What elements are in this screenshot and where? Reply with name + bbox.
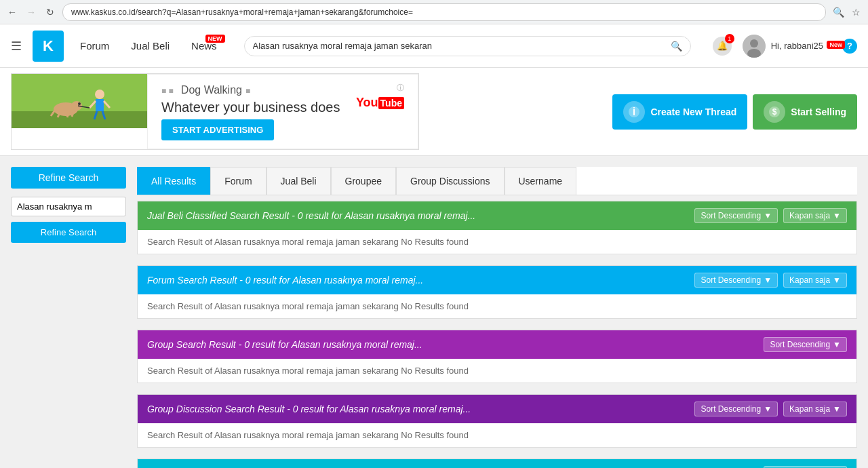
search-magnifier-icon[interactable]: 🔍 [671,41,682,52]
tab-forum[interactable]: Forum [210,167,266,195]
search-icon[interactable]: 🔍 [831,5,845,19]
site-logo[interactable]: K [33,31,64,62]
forum-result-section: Forum Search Result - 0 result for Alasa… [137,265,857,319]
group-result-body: Search Result of Alasan rusaknya moral r… [138,359,856,383]
nav-news[interactable]: News NEW [186,40,222,52]
svg-point-7 [78,102,81,105]
group-discussion-result-section: Group Discussion Search Result - 0 resul… [137,394,857,448]
group-discussion-result-header: Group Discussion Search Result - 0 resul… [138,395,856,423]
youtube-logo: YouTube [356,96,404,110]
forum-result-controls: Sort Descending ▼ Kapan saja ▼ [694,273,847,288]
cta-buttons: i Create New Thread $ Start Selling [612,94,857,130]
tab-username[interactable]: Username [505,167,577,195]
refresh-button[interactable]: ↻ [43,5,57,19]
refine-search-button[interactable]: Refine Search [11,222,126,243]
site-header: ☰ K Forum Jual Beli News NEW 🔍 🔔 1 Hi, r… [0,24,868,68]
group-sort-dropdown[interactable]: Sort Descending ▼ [764,337,847,352]
results-list: Jual Beli Classified Search Result - 0 r… [137,201,857,468]
user-new-badge: New [827,41,845,49]
group-result-header: Group Search Result - 0 result for Alasa… [138,330,856,359]
tab-group-discussions[interactable]: Group Discussions [396,167,505,195]
group-discussion-sort-dropdown[interactable]: Sort Descending ▼ [694,402,778,416]
svg-rect-4 [12,111,147,128]
svg-text:$: $ [772,107,777,117]
ad-banner: ■ ■ Dog Walking ■ Whatever your business… [0,68,868,156]
create-thread-label: Create New Thread [650,106,736,117]
create-thread-icon: i [623,101,645,123]
svg-rect-13 [96,99,104,111]
ad-content: ■ ■ Dog Walking ■ Whatever your business… [147,74,418,149]
username-result-header: Username Search Result - 0 result for Al… [138,459,856,468]
group-result-title: Group Search Result - 0 result for Alasa… [147,339,422,350]
notification-bell[interactable]: 🔔 1 [713,37,732,56]
avatar[interactable] [743,35,766,58]
news-new-badge: NEW [205,35,225,43]
group-discussion-result-title: Group Discussion Search Result - 0 resul… [147,404,471,414]
start-selling-label: Start Selling [791,106,846,117]
search-box[interactable]: 🔍 [244,36,691,56]
notification-count: 1 [725,34,734,43]
bell-icon: 🔔 [717,41,728,51]
jual-beli-kapan-dropdown[interactable]: Kapan saja ▼ [783,208,847,223]
main-content: Refine Search Refine Search All Results … [0,156,868,468]
jual-beli-result-controls: Sort Descending ▼ Kapan saja ▼ [694,208,847,223]
group-discussion-result-body: Search Result of Alasan rusaknya moral r… [138,423,856,447]
group-result-controls: Sort Descending ▼ [764,337,847,352]
forum-result-header: Forum Search Result - 0 result for Alasa… [138,266,856,294]
jual-beli-result-title: Jual Beli Classified Search Result - 0 r… [147,210,475,221]
jual-beli-sort-dropdown[interactable]: Sort Descending ▼ [694,208,778,223]
svg-point-1 [750,39,758,47]
start-advertising-button[interactable]: START ADVERTISING [161,119,274,140]
refine-search-top-button[interactable]: Refine Search [11,167,126,189]
forum-sort-dropdown[interactable]: Sort Descending ▼ [694,273,778,288]
back-button[interactable]: ← [5,5,19,19]
forward-button[interactable]: → [24,5,38,19]
jual-beli-result-section: Jual Beli Classified Search Result - 0 r… [137,201,857,254]
address-bar[interactable]: www.kaskus.co.id/search?q=Alasan+rusakny… [62,3,826,21]
ad-title: ■ ■ Dog Walking ■ [161,83,340,97]
browser-chrome: ← → ↻ www.kaskus.co.id/search?q=Alasan+r… [0,0,868,24]
sidebar: Refine Search Refine Search [11,167,126,468]
search-tabs: All Results Forum Jual Beli Groupee Grou… [137,167,857,195]
group-result-section: Group Search Result - 0 result for Alasa… [137,330,857,383]
right-column: All Results Forum Jual Beli Groupee Grou… [137,167,857,468]
forum-result-body: Search Result of Alasan rusaknya moral r… [138,294,856,318]
start-selling-icon: $ [764,101,785,123]
start-selling-button[interactable]: $ Start Selling [753,94,857,130]
username-result-section: Username Search Result - 0 result for Al… [137,459,857,468]
hamburger-icon[interactable]: ☰ [11,39,22,54]
tab-groupee[interactable]: Groupee [331,167,396,195]
group-discussion-result-controls: Sort Descending ▼ Kapan saja ▼ [694,402,847,416]
jual-beli-result-header: Jual Beli Classified Search Result - 0 r… [138,201,856,230]
tab-all-results[interactable]: All Results [137,167,210,195]
svg-text:i: i [633,106,635,117]
svg-point-12 [95,90,104,99]
user-section: Hi, rabbani25 New [743,35,831,58]
nav-forum[interactable]: Forum [75,40,115,52]
nav-jual-beli[interactable]: Jual Beli [125,40,175,52]
sidebar-search-input[interactable] [11,197,126,216]
username-display: Hi, rabbani25 [771,41,823,51]
create-thread-button[interactable]: i Create New Thread [612,94,747,130]
forum-kapan-dropdown[interactable]: Kapan saja ▼ [783,273,847,288]
tab-jual-beli[interactable]: Jual Beli [267,167,331,195]
ad-info-icon: ⓘ [397,83,404,93]
browser-icons: 🔍 ☆ [831,5,863,19]
ad-image [12,74,147,128]
jual-beli-result-body: Search Result of Alasan rusaknya moral r… [138,230,856,254]
url-text: www.kaskus.co.id/search?q=Alasan+rusakny… [71,7,413,17]
group-discussion-kapan-dropdown[interactable]: Kapan saja ▼ [783,402,847,416]
forum-result-title: Forum Search Result - 0 result for Alasa… [147,275,423,286]
ad-subtitle: Whatever your business does [161,100,340,115]
search-input[interactable] [253,41,671,51]
star-icon[interactable]: ☆ [849,5,863,19]
